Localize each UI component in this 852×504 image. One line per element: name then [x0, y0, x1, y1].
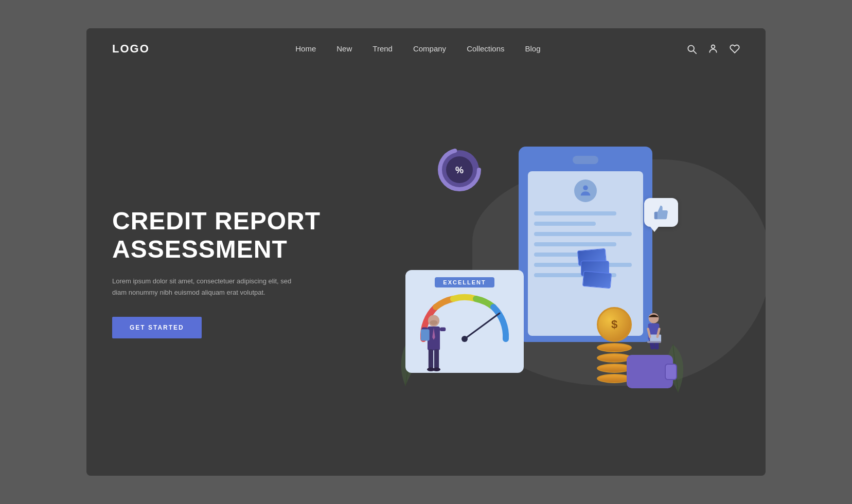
svg-line-10 — [465, 313, 500, 339]
user-icon — [708, 44, 718, 54]
thumbs-up-bubble — [644, 198, 678, 227]
percent-circle: % — [436, 147, 483, 193]
right-section: % EXCELLENT — [328, 69, 740, 476]
svg-point-5 — [583, 186, 588, 190]
cta-button[interactable]: GET STARTED — [112, 317, 202, 338]
svg-line-1 — [694, 51, 696, 53]
svg-point-22 — [430, 320, 438, 325]
nav-links: Home New Trend Company Collections Blog — [295, 44, 540, 53]
browser-frame: LOGO Home New Trend Company Collections … — [86, 28, 766, 476]
navbar: LOGO Home New Trend Company Collections … — [86, 28, 766, 69]
svg-point-0 — [688, 45, 694, 51]
coin-top: $ — [597, 307, 632, 342]
person-left-figure — [416, 311, 452, 378]
logo: LOGO — [112, 42, 150, 56]
svg-rect-27 — [650, 334, 661, 342]
user-button[interactable] — [708, 44, 718, 54]
person-icon — [578, 184, 593, 198]
nav-item-new[interactable]: New — [336, 44, 352, 53]
nav-item-home[interactable]: Home — [295, 44, 316, 53]
svg-text:%: % — [455, 165, 464, 175]
line-bar-1 — [534, 211, 616, 215]
avatar — [574, 179, 597, 202]
illustration: % EXCELLENT — [375, 136, 694, 424]
svg-rect-28 — [647, 341, 661, 343]
hero-title: CREDIT REPORT ASSESSMENT — [112, 207, 328, 263]
svg-point-23 — [649, 313, 659, 323]
money-bills — [578, 249, 611, 283]
nav-icons — [686, 44, 740, 54]
bill-3 — [582, 271, 612, 289]
heart-icon — [730, 44, 740, 54]
nav-link-trend[interactable]: Trend — [372, 44, 393, 53]
coin-1 — [597, 343, 632, 352]
svg-rect-16 — [434, 349, 439, 368]
nav-link-company[interactable]: Company — [413, 44, 446, 53]
line-bar-4 — [534, 242, 616, 246]
excellent-badge: EXCELLENT — [435, 277, 494, 287]
nav-item-company[interactable]: Company — [413, 44, 446, 53]
nav-link-collections[interactable]: Collections — [467, 44, 504, 53]
clipboard-card — [519, 147, 652, 342]
nav-link-new[interactable]: New — [336, 44, 352, 53]
nav-link-blog[interactable]: Blog — [525, 44, 541, 53]
svg-rect-19 — [421, 329, 430, 340]
svg-rect-15 — [429, 349, 433, 368]
svg-point-21 — [433, 368, 440, 371]
search-icon — [686, 44, 697, 54]
nav-item-blog[interactable]: Blog — [525, 44, 541, 53]
svg-rect-18 — [440, 328, 446, 331]
svg-point-11 — [461, 336, 468, 342]
nav-item-collections[interactable]: Collections — [467, 44, 504, 53]
left-section: CREDIT REPORT ASSESSMENT Lorem ipsum dol… — [112, 207, 328, 339]
hero-title-line1: CREDIT REPORT — [112, 207, 321, 235]
person-right-figure — [640, 311, 668, 363]
clipboard-handle — [573, 156, 598, 164]
thumbs-up-icon — [653, 204, 669, 221]
main-content: CREDIT REPORT ASSESSMENT Lorem ipsum dol… — [86, 69, 766, 476]
hero-description: Lorem ipsum dolor sit amet, consectetuer… — [112, 276, 303, 298]
search-button[interactable] — [686, 44, 697, 54]
line-bar-3 — [534, 232, 632, 236]
nav-link-home[interactable]: Home — [295, 44, 316, 53]
line-bar-2 — [534, 222, 596, 226]
hero-title-line2: ASSESSMENT — [112, 236, 288, 263]
svg-point-2 — [712, 45, 715, 49]
favorites-button[interactable] — [730, 44, 740, 54]
nav-item-trend[interactable]: Trend — [372, 44, 393, 53]
